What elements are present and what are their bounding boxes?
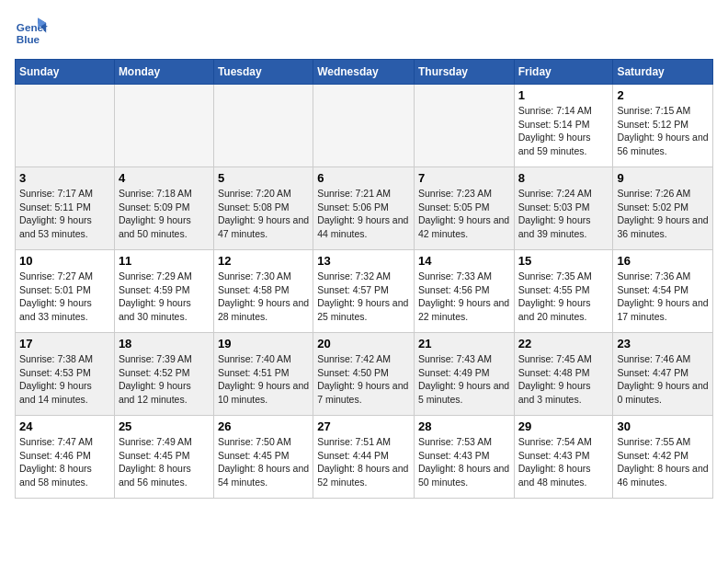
day-info: Sunrise: 7:32 AM Sunset: 4:57 PM Dayligh… <box>317 270 410 324</box>
day-number: 6 <box>317 171 410 185</box>
weekday-header-tuesday: Tuesday <box>213 60 313 85</box>
calendar-cell: 13Sunrise: 7:32 AM Sunset: 4:57 PM Dayli… <box>313 250 415 333</box>
calendar-cell: 7Sunrise: 7:23 AM Sunset: 5:05 PM Daylig… <box>414 167 514 250</box>
weekday-header-sunday: Sunday <box>16 60 115 85</box>
day-number: 15 <box>518 254 609 268</box>
day-info: Sunrise: 7:33 AM Sunset: 4:56 PM Dayligh… <box>418 270 510 324</box>
day-number: 11 <box>119 254 210 268</box>
calendar-cell <box>414 85 514 167</box>
calendar-cell: 22Sunrise: 7:45 AM Sunset: 4:48 PM Dayli… <box>514 333 613 416</box>
day-info: Sunrise: 7:53 AM Sunset: 4:43 PM Dayligh… <box>418 435 510 489</box>
calendar-week-row: 17Sunrise: 7:38 AM Sunset: 4:53 PM Dayli… <box>16 333 713 416</box>
logo-icon: General Blue <box>15 15 48 48</box>
calendar-week-row: 3Sunrise: 7:17 AM Sunset: 5:11 PM Daylig… <box>16 167 713 250</box>
svg-text:Blue: Blue <box>17 33 40 45</box>
day-number: 22 <box>518 337 609 350</box>
calendar-cell <box>114 85 213 167</box>
day-number: 10 <box>19 254 110 268</box>
calendar-cell: 5Sunrise: 7:20 AM Sunset: 5:08 PM Daylig… <box>213 167 313 250</box>
day-info: Sunrise: 7:24 AM Sunset: 5:03 PM Dayligh… <box>518 187 609 241</box>
day-info: Sunrise: 7:42 AM Sunset: 4:50 PM Dayligh… <box>317 352 410 407</box>
day-number: 23 <box>617 337 709 350</box>
calendar-cell: 28Sunrise: 7:53 AM Sunset: 4:43 PM Dayli… <box>414 416 514 499</box>
calendar-cell: 18Sunrise: 7:39 AM Sunset: 4:52 PM Dayli… <box>114 333 213 416</box>
calendar-cell: 3Sunrise: 7:17 AM Sunset: 5:11 PM Daylig… <box>16 167 115 250</box>
calendar-cell: 24Sunrise: 7:47 AM Sunset: 4:46 PM Dayli… <box>16 416 115 499</box>
weekday-header-row: SundayMondayTuesdayWednesdayThursdayFrid… <box>16 60 713 85</box>
day-info: Sunrise: 7:30 AM Sunset: 4:58 PM Dayligh… <box>218 270 309 324</box>
day-info: Sunrise: 7:27 AM Sunset: 5:01 PM Dayligh… <box>19 270 110 324</box>
day-info: Sunrise: 7:45 AM Sunset: 4:48 PM Dayligh… <box>518 352 609 407</box>
day-number: 1 <box>518 88 609 102</box>
calendar-week-row: 24Sunrise: 7:47 AM Sunset: 4:46 PM Dayli… <box>16 416 713 499</box>
day-info: Sunrise: 7:39 AM Sunset: 4:52 PM Dayligh… <box>119 352 210 407</box>
day-number: 26 <box>218 419 309 433</box>
page-header: General Blue <box>15 15 713 48</box>
calendar-cell <box>313 85 415 167</box>
day-number: 18 <box>119 337 210 350</box>
day-info: Sunrise: 7:26 AM Sunset: 5:02 PM Dayligh… <box>617 187 709 241</box>
calendar-cell: 16Sunrise: 7:36 AM Sunset: 4:54 PM Dayli… <box>613 250 713 333</box>
calendar-cell: 12Sunrise: 7:30 AM Sunset: 4:58 PM Dayli… <box>213 250 313 333</box>
weekday-header-friday: Friday <box>514 60 613 85</box>
calendar-cell: 11Sunrise: 7:29 AM Sunset: 4:59 PM Dayli… <box>114 250 213 333</box>
calendar-cell: 23Sunrise: 7:46 AM Sunset: 4:47 PM Dayli… <box>613 333 713 416</box>
calendar-cell: 4Sunrise: 7:18 AM Sunset: 5:09 PM Daylig… <box>114 167 213 250</box>
day-info: Sunrise: 7:46 AM Sunset: 4:47 PM Dayligh… <box>617 352 709 407</box>
calendar-cell: 30Sunrise: 7:55 AM Sunset: 4:42 PM Dayli… <box>613 416 713 499</box>
day-number: 14 <box>418 254 510 268</box>
day-number: 13 <box>317 254 410 268</box>
calendar-cell: 14Sunrise: 7:33 AM Sunset: 4:56 PM Dayli… <box>414 250 514 333</box>
day-info: Sunrise: 7:15 AM Sunset: 5:12 PM Dayligh… <box>617 104 709 158</box>
day-info: Sunrise: 7:20 AM Sunset: 5:08 PM Dayligh… <box>218 187 309 241</box>
day-info: Sunrise: 7:14 AM Sunset: 5:14 PM Dayligh… <box>518 104 609 158</box>
day-info: Sunrise: 7:29 AM Sunset: 4:59 PM Dayligh… <box>119 270 210 324</box>
day-number: 30 <box>617 419 709 433</box>
calendar-cell: 6Sunrise: 7:21 AM Sunset: 5:06 PM Daylig… <box>313 167 415 250</box>
weekday-header-monday: Monday <box>114 60 213 85</box>
day-number: 5 <box>218 171 309 185</box>
day-number: 17 <box>19 337 110 350</box>
logo: General Blue <box>15 15 51 48</box>
day-info: Sunrise: 7:17 AM Sunset: 5:11 PM Dayligh… <box>19 187 110 241</box>
day-number: 29 <box>518 419 609 433</box>
calendar-cell: 1Sunrise: 7:14 AM Sunset: 5:14 PM Daylig… <box>514 85 613 167</box>
calendar-cell: 2Sunrise: 7:15 AM Sunset: 5:12 PM Daylig… <box>613 85 713 167</box>
day-info: Sunrise: 7:21 AM Sunset: 5:06 PM Dayligh… <box>317 187 410 241</box>
day-info: Sunrise: 7:18 AM Sunset: 5:09 PM Dayligh… <box>119 187 210 241</box>
day-number: 2 <box>617 88 709 102</box>
day-info: Sunrise: 7:43 AM Sunset: 4:49 PM Dayligh… <box>418 352 510 407</box>
calendar-cell <box>213 85 313 167</box>
day-info: Sunrise: 7:51 AM Sunset: 4:44 PM Dayligh… <box>317 435 410 489</box>
day-info: Sunrise: 7:49 AM Sunset: 4:45 PM Dayligh… <box>119 435 210 489</box>
calendar-cell <box>16 85 115 167</box>
calendar-cell: 15Sunrise: 7:35 AM Sunset: 4:55 PM Dayli… <box>514 250 613 333</box>
day-number: 9 <box>617 171 709 185</box>
calendar-cell: 26Sunrise: 7:50 AM Sunset: 4:45 PM Dayli… <box>213 416 313 499</box>
day-number: 25 <box>119 419 210 433</box>
day-number: 24 <box>19 419 110 433</box>
calendar-cell: 25Sunrise: 7:49 AM Sunset: 4:45 PM Dayli… <box>114 416 213 499</box>
calendar-cell: 10Sunrise: 7:27 AM Sunset: 5:01 PM Dayli… <box>16 250 115 333</box>
day-info: Sunrise: 7:23 AM Sunset: 5:05 PM Dayligh… <box>418 187 510 241</box>
calendar-cell: 17Sunrise: 7:38 AM Sunset: 4:53 PM Dayli… <box>16 333 115 416</box>
day-number: 16 <box>617 254 709 268</box>
day-number: 21 <box>418 337 510 350</box>
calendar-cell: 8Sunrise: 7:24 AM Sunset: 5:03 PM Daylig… <box>514 167 613 250</box>
calendar-cell: 21Sunrise: 7:43 AM Sunset: 4:49 PM Dayli… <box>414 333 514 416</box>
calendar-cell: 9Sunrise: 7:26 AM Sunset: 5:02 PM Daylig… <box>613 167 713 250</box>
calendar-cell: 20Sunrise: 7:42 AM Sunset: 4:50 PM Dayli… <box>313 333 415 416</box>
day-number: 3 <box>19 171 110 185</box>
day-number: 7 <box>418 171 510 185</box>
day-number: 19 <box>218 337 309 350</box>
day-info: Sunrise: 7:40 AM Sunset: 4:51 PM Dayligh… <box>218 352 309 407</box>
weekday-header-wednesday: Wednesday <box>313 60 415 85</box>
calendar: SundayMondayTuesdayWednesdayThursdayFrid… <box>15 59 713 499</box>
calendar-cell: 29Sunrise: 7:54 AM Sunset: 4:43 PM Dayli… <box>514 416 613 499</box>
day-number: 27 <box>317 419 410 433</box>
day-number: 28 <box>418 419 510 433</box>
day-info: Sunrise: 7:55 AM Sunset: 4:42 PM Dayligh… <box>617 435 709 489</box>
day-info: Sunrise: 7:36 AM Sunset: 4:54 PM Dayligh… <box>617 270 709 324</box>
day-number: 12 <box>218 254 309 268</box>
day-info: Sunrise: 7:38 AM Sunset: 4:53 PM Dayligh… <box>19 352 110 407</box>
